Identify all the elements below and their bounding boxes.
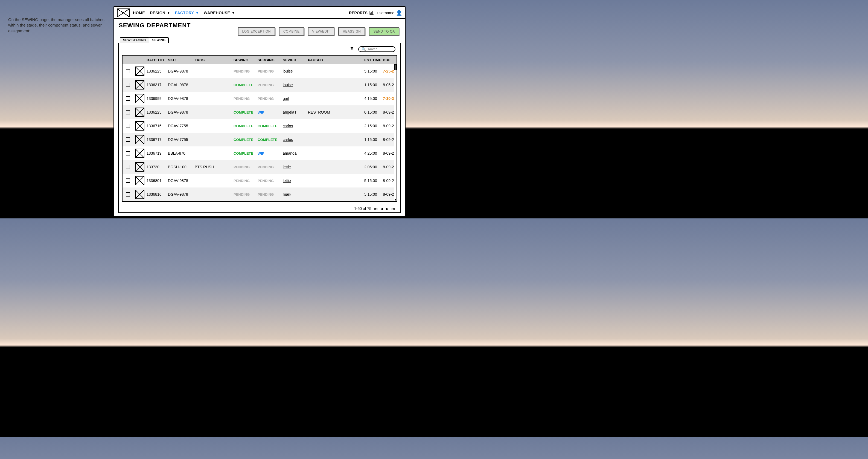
cell-batch-id: 1336816 — [147, 192, 168, 197]
table-row[interactable]: 1336816DGAV-9878PENDINGPENDINGmark5:15:0… — [123, 188, 397, 201]
product-thumbnail-icon[interactable] — [135, 108, 145, 117]
nav-factory-label: FACTORY — [175, 11, 194, 15]
cell-sku: DGAV-9878 — [168, 110, 195, 114]
product-thumbnail-icon[interactable] — [135, 176, 145, 185]
product-thumbnail-icon[interactable] — [135, 94, 145, 103]
tab-sew-staging[interactable]: SEW STAGING — [120, 37, 149, 43]
cell-sku: DGAV-9878 — [168, 96, 195, 101]
cell-sewing-status: COMPLETE — [234, 83, 258, 87]
filter-icon[interactable] — [349, 46, 354, 52]
row-checkbox[interactable] — [126, 96, 130, 101]
row-checkbox[interactable] — [126, 69, 130, 74]
cell-sewer-link[interactable]: lettie — [283, 165, 291, 169]
cell-serging-status: COMPLETE — [258, 124, 283, 128]
search-input[interactable] — [368, 47, 392, 51]
cell-est-time: 5:15:00 — [364, 69, 383, 74]
cell-est-time: 5:15:00 — [364, 178, 383, 183]
row-checkbox[interactable] — [126, 110, 130, 114]
page-annotation: On the SEWING page, the manager sees all… — [8, 17, 107, 34]
row-checkbox[interactable] — [126, 151, 130, 155]
cell-tags: BTS RUSH — [195, 165, 234, 169]
cell-sewer-link[interactable]: gail — [283, 96, 289, 101]
table-tools: 🔍 — [119, 43, 400, 54]
product-thumbnail-icon[interactable] — [135, 80, 145, 89]
batch-table: BATCH ID SKU TAGS SEWING SERGING SEWER P… — [122, 55, 397, 202]
cell-batch-id: 1336225 — [147, 110, 168, 114]
nav-design[interactable]: DESIGN▼ — [150, 11, 170, 15]
cell-sewer-link[interactable]: lettie — [283, 178, 291, 183]
product-thumbnail-icon[interactable] — [135, 190, 145, 199]
cell-sewer-link[interactable]: carlos — [283, 137, 293, 142]
pager-first-icon[interactable]: ⏮ — [374, 207, 378, 211]
product-thumbnail-icon[interactable] — [135, 66, 145, 76]
pager-next-icon[interactable]: ▶ — [386, 207, 389, 211]
cell-sewing-status: PENDING — [234, 193, 258, 197]
cell-sewer-link[interactable]: mark — [283, 192, 291, 197]
cell-sewing-status: PENDING — [234, 96, 258, 101]
row-checkbox[interactable] — [126, 124, 130, 128]
cell-est-time: 1:15:00 — [364, 137, 383, 142]
cell-paused: RESTROOM — [308, 110, 333, 114]
combine-button[interactable]: COMBINE — [279, 27, 304, 36]
nav-reports[interactable]: REPORTS — [349, 10, 374, 16]
table-row[interactable]: 1336999DGAV-9878PENDINGPENDINGgail4:15:0… — [123, 92, 397, 105]
logo-icon[interactable] — [117, 8, 130, 17]
cell-sewer-link[interactable]: carlos — [283, 124, 293, 128]
cell-serging-status: WIP — [258, 151, 283, 155]
cell-sewer-link[interactable]: angelaT — [283, 110, 297, 114]
reassign-button[interactable]: REASSIGN — [338, 27, 365, 36]
table-row[interactable]: 1336225DGAV-9878COMPLETEWIPangelaTRESTRO… — [123, 105, 397, 119]
cell-batch-id: 1336719 — [147, 151, 168, 155]
tab-sewing[interactable]: SEWING — [149, 37, 169, 43]
product-thumbnail-icon[interactable] — [135, 135, 145, 144]
cell-serging-status: PENDING — [258, 165, 283, 169]
table-row[interactable]: 1336801DGAV-9878PENDINGPENDINGlettie5:15… — [123, 174, 397, 188]
log-exception-button[interactable]: LOG EXCEPTION — [238, 27, 275, 36]
scrollbar[interactable]: ▾ — [394, 64, 397, 201]
table-row[interactable]: 1336317DGAL-9878COMPLETEPENDINGlouise1:1… — [123, 78, 397, 92]
row-checkbox[interactable] — [126, 192, 130, 197]
pager-prev-icon[interactable]: ◀ — [380, 207, 383, 211]
cell-batch-id: 1336999 — [147, 96, 168, 101]
col-paused: PAUSED — [308, 58, 333, 62]
row-checkbox[interactable] — [126, 178, 130, 183]
search-box[interactable]: 🔍 — [358, 46, 396, 52]
cell-sewing-status: PENDING — [234, 179, 258, 183]
table-row[interactable]: 133730BGSH-100BTS RUSHPENDINGPENDINGlett… — [123, 160, 397, 174]
table-row[interactable]: 1336717DGAV-7755COMPLETECOMPLETEcarlos1:… — [123, 133, 397, 146]
product-thumbnail-icon[interactable] — [135, 162, 145, 172]
svg-rect-2 — [372, 11, 373, 14]
row-checkbox[interactable] — [126, 137, 130, 142]
product-thumbnail-icon[interactable] — [135, 149, 145, 158]
chevron-down-icon: ▼ — [167, 11, 170, 15]
cell-est-time: 5:15:00 — [364, 192, 383, 197]
cell-batch-id: 1336715 — [147, 124, 168, 128]
cell-serging-status: PENDING — [258, 179, 283, 183]
nav-factory[interactable]: FACTORY▼ — [175, 11, 199, 15]
svg-rect-0 — [370, 12, 371, 14]
table-row[interactable]: 1336225DGAV-9878PENDINGPENDINGlouise5:15… — [123, 64, 397, 78]
scrollbar-thumb[interactable] — [394, 64, 397, 70]
pager-last-icon[interactable]: ⏭ — [391, 207, 395, 211]
nav-warehouse[interactable]: WAREHOUSE▼ — [204, 11, 235, 15]
nav-home[interactable]: HOME — [133, 11, 145, 15]
cell-sewer-link[interactable]: louise — [283, 83, 293, 87]
cell-sku: BBLA-870 — [168, 151, 195, 155]
cell-sewer-link[interactable]: amanda — [283, 151, 297, 155]
send-to-qa-button[interactable]: SEND TO QA — [369, 27, 399, 36]
user-menu[interactable]: username 👤 — [377, 10, 402, 16]
scrollbar-down-icon[interactable]: ▾ — [394, 198, 397, 201]
pager-range: 1-50 of 75 — [354, 206, 371, 211]
row-checkbox[interactable] — [126, 165, 130, 169]
cell-batch-id: 1336717 — [147, 137, 168, 142]
view-edit-button[interactable]: VIEW/EDIT — [308, 27, 335, 36]
cell-est-time: 1:15:00 — [364, 83, 383, 87]
cell-sewer-link[interactable]: louise — [283, 69, 293, 74]
table-body: 1336225DGAV-9878PENDINGPENDINGlouise5:15… — [123, 64, 397, 201]
nav-home-label: HOME — [133, 11, 145, 15]
product-thumbnail-icon[interactable] — [135, 121, 145, 131]
row-checkbox[interactable] — [126, 83, 130, 87]
table-row[interactable]: 1336719BBLA-870COMPLETEWIPamanda4:25:008… — [123, 146, 397, 160]
col-due: DUE — [383, 58, 397, 62]
table-row[interactable]: 1336715DGAV-7755COMPLETECOMPLETEcarlos2:… — [123, 119, 397, 133]
